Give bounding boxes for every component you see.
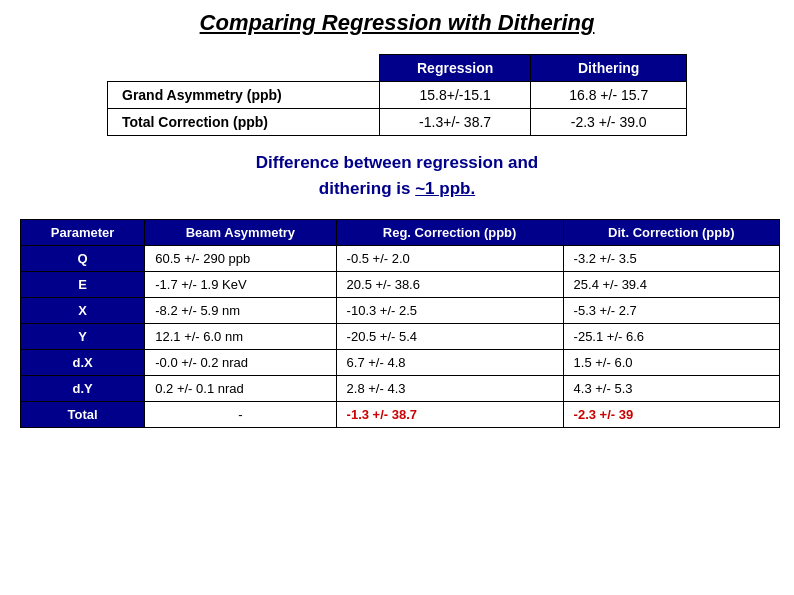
diff-highlight: ~1 ppb. xyxy=(415,179,475,198)
top-table-row1-col0: Total Correction (ppb) xyxy=(108,109,380,136)
diff-line1: Difference between regression and xyxy=(256,153,538,172)
bottom-table-header-2: Reg. Correction (ppb) xyxy=(336,220,563,246)
bottom-table-row4-col3: 1.5 +/- 6.0 xyxy=(563,350,779,376)
bottom-table-row4-col2: 6.7 +/- 4.8 xyxy=(336,350,563,376)
bottom-table-row2-col0: X xyxy=(21,298,145,324)
bottom-table-row5-col0: d.Y xyxy=(21,376,145,402)
bottom-table-row6-col2: -1.3 +/- 38.7 xyxy=(336,402,563,428)
top-table-header-regression: Regression xyxy=(379,55,531,82)
bottom-table-header-3: Dit. Correction (ppb) xyxy=(563,220,779,246)
top-comparison-table: Regression Dithering Grand Asymmetry (pp… xyxy=(107,54,687,136)
bottom-table-row0-col1: 60.5 +/- 290 ppb xyxy=(145,246,336,272)
bottom-table-row2-col1: -8.2 +/- 5.9 nm xyxy=(145,298,336,324)
top-table-row0-col2: 16.8 +/- 15.7 xyxy=(531,82,687,109)
bottom-table-row1-col2: 20.5 +/- 38.6 xyxy=(336,272,563,298)
top-table-row1-col2: -2.3 +/- 39.0 xyxy=(531,109,687,136)
bottom-table-row2-col2: -10.3 +/- 2.5 xyxy=(336,298,563,324)
top-table-row1-col1: -1.3+/- 38.7 xyxy=(379,109,531,136)
bottom-detail-table: ParameterBeam AsymmetryReg. Correction (… xyxy=(20,219,780,428)
page-title: Comparing Regression with Dithering xyxy=(20,10,774,36)
bottom-table-row5-col3: 4.3 +/- 5.3 xyxy=(563,376,779,402)
bottom-table-row3-col1: 12.1 +/- 6.0 nm xyxy=(145,324,336,350)
top-table-header-empty xyxy=(108,55,380,82)
bottom-table-header-1: Beam Asymmetry xyxy=(145,220,336,246)
bottom-table-row6-col3: -2.3 +/- 39 xyxy=(563,402,779,428)
bottom-table-row0-col0: Q xyxy=(21,246,145,272)
bottom-table-row6-col0: Total xyxy=(21,402,145,428)
bottom-table-row1-col3: 25.4 +/- 39.4 xyxy=(563,272,779,298)
top-table-header-dithering: Dithering xyxy=(531,55,687,82)
bottom-table-row0-col3: -3.2 +/- 3.5 xyxy=(563,246,779,272)
bottom-table-row2-col3: -5.3 +/- 2.7 xyxy=(563,298,779,324)
bottom-table-row5-col1: 0.2 +/- 0.1 nrad xyxy=(145,376,336,402)
bottom-table-row5-col2: 2.8 +/- 4.3 xyxy=(336,376,563,402)
top-table-row0-col1: 15.8+/-15.1 xyxy=(379,82,531,109)
bottom-table-row4-col0: d.X xyxy=(21,350,145,376)
bottom-table-row4-col1: -0.0 +/- 0.2 nrad xyxy=(145,350,336,376)
bottom-table-row3-col2: -20.5 +/- 5.4 xyxy=(336,324,563,350)
difference-text: Difference between regression and dither… xyxy=(20,150,774,201)
top-table-row0-col0: Grand Asymmetry (ppb) xyxy=(108,82,380,109)
diff-line2: dithering is xyxy=(319,179,415,198)
bottom-table-row6-col1: - xyxy=(145,402,336,428)
bottom-table-row1-col1: -1.7 +/- 1.9 KeV xyxy=(145,272,336,298)
bottom-table-row3-col0: Y xyxy=(21,324,145,350)
bottom-table-row0-col2: -0.5 +/- 2.0 xyxy=(336,246,563,272)
bottom-table-row1-col0: E xyxy=(21,272,145,298)
bottom-table-row3-col3: -25.1 +/- 6.6 xyxy=(563,324,779,350)
bottom-table-header-0: Parameter xyxy=(21,220,145,246)
